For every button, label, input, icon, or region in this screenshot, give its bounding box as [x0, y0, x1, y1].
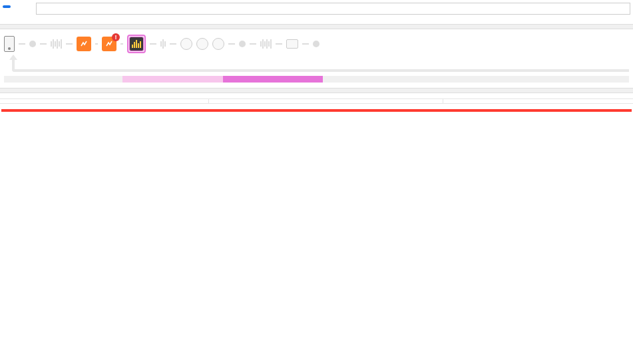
flow-bars[interactable]: [160, 39, 166, 49]
timeline: [0, 72, 633, 85]
request-content-header: [0, 93, 633, 99]
phase-details-label: [0, 88, 633, 93]
policy-selected[interactable]: [127, 35, 146, 53]
error-badge-icon: !: [112, 33, 120, 41]
device-icon[interactable]: [4, 36, 15, 52]
flow-t-node[interactable]: [180, 38, 192, 50]
properties-header: [0, 104, 633, 109]
timeline-bar[interactable]: [4, 76, 629, 83]
transaction-map-label: [0, 24, 633, 29]
flow-node[interactable]: [313, 41, 319, 47]
flow-bars[interactable]: [51, 39, 62, 49]
policy-icon-1[interactable]: [77, 37, 91, 51]
flow-bars[interactable]: [260, 39, 272, 49]
return-arrow-icon: [12, 59, 629, 72]
flow-node[interactable]: [239, 41, 246, 47]
flow-t-node[interactable]: [196, 38, 208, 50]
body-label: [0, 99, 209, 103]
flow-f-node[interactable]: [212, 38, 224, 50]
flow-ax-node[interactable]: [286, 39, 298, 49]
highlighted-properties: [1, 109, 632, 112]
method-badge: [3, 5, 11, 8]
transaction-map: !: [0, 29, 633, 59]
url-input[interactable]: [36, 3, 630, 15]
flow-node[interactable]: [29, 41, 36, 47]
body-row: [0, 99, 633, 104]
